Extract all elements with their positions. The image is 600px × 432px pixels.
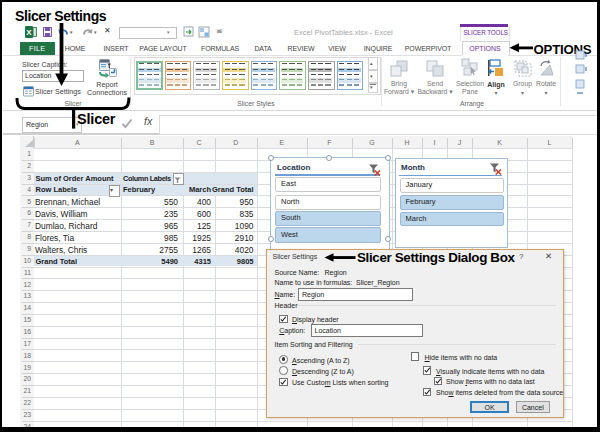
svg-text:X: X <box>26 28 32 37</box>
